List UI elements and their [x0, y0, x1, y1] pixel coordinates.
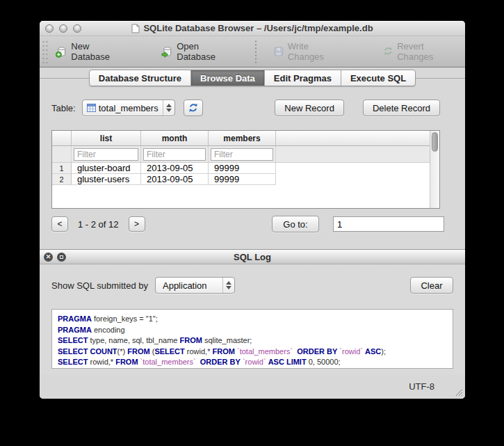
app-window: SQLite Database Browser – /Users/jc/tmp/…	[40, 21, 465, 399]
toolbar-grip	[42, 40, 49, 63]
header-filler	[276, 131, 430, 145]
filter-input-members[interactable]	[211, 148, 273, 161]
open-database-button[interactable]: Open Database	[157, 38, 243, 65]
next-page-button[interactable]: >	[129, 216, 145, 232]
write-changes-label: Write Changes	[288, 41, 346, 62]
table-cell[interactable]: 2013-09-05	[141, 163, 209, 174]
close-window-button[interactable]	[45, 24, 54, 33]
title-area: SQLite Database Browser – /Users/jc/tmp/…	[40, 23, 465, 33]
zoom-window-button[interactable]	[73, 24, 81, 33]
row-filler	[276, 174, 430, 185]
dock-close-icon[interactable]: ✕	[44, 253, 53, 262]
sql-log-line: SELECT rowid,* FROM `total_members` ORDE…	[58, 357, 447, 368]
sql-log-panel-title: SQL Log	[40, 252, 465, 262]
popup-stepper-icon	[163, 100, 174, 116]
grid-vertical-scrollbar[interactable]	[430, 131, 439, 208]
grid-corner-cell	[52, 131, 72, 145]
filter-cell-month	[141, 146, 209, 162]
tab-browse-data[interactable]: Browse Data	[191, 70, 265, 86]
row-number-cell: 1	[52, 163, 72, 174]
new-record-button[interactable]: New Record	[275, 99, 344, 116]
sql-log-text[interactable]: PRAGMA foreign_keys = "1";PRAGMA encodin…	[51, 309, 453, 369]
grid-filter-row	[52, 146, 430, 163]
revert-changes-label: Revert Changes	[397, 41, 461, 62]
table-cell[interactable]: gluster-users	[72, 174, 141, 185]
row-filler	[276, 163, 430, 174]
tab-bar: Database Structure Browse Data Edit Prag…	[40, 70, 465, 86]
tab-database-structure[interactable]: Database Structure	[90, 70, 191, 86]
sql-source-select[interactable]: Application	[155, 277, 235, 294]
minimize-window-button[interactable]	[59, 24, 67, 33]
table-select-value: total_members	[96, 103, 163, 113]
pagination-row: < 1 - 2 of 12 > Go to:	[51, 216, 444, 232]
toolbar: New Database Open Database Write Changes	[40, 36, 465, 67]
data-grid: listmonthmembers 1gluster-board2013-09-0…	[51, 130, 440, 209]
column-header-members[interactable]: members	[209, 131, 276, 145]
table-row: 1gluster-board2013-09-0599999	[52, 163, 430, 174]
new-database-button[interactable]: New Database	[51, 38, 133, 65]
table-row: 2gluster-users2013-09-0599999	[52, 174, 430, 185]
grid-header-row: listmonthmembers	[52, 131, 430, 146]
new-database-label: New Database	[71, 41, 129, 62]
write-changes-button: Write Changes	[269, 38, 350, 65]
encoding-status: UTF-8	[409, 381, 434, 392]
desktop-background: SQLite Database Browser – /Users/jc/tmp/…	[0, 0, 504, 446]
show-sql-label: Show SQL submitted by	[51, 280, 148, 291]
tab-execute-sql[interactable]: Execute SQL	[341, 70, 415, 86]
row-number-cell: 2	[52, 174, 72, 185]
sql-log-line: SELECT type, name, sql, tbl_name FROM sq…	[58, 335, 447, 347]
tab-edit-pragmas[interactable]: Edit Pragmas	[265, 70, 341, 86]
table-selector-row: Table: total_members	[51, 98, 440, 118]
resize-grip-icon[interactable]	[454, 388, 463, 397]
titlebar[interactable]: SQLite Database Browser – /Users/jc/tmp/…	[40, 21, 465, 36]
filter-corner-cell	[52, 146, 72, 162]
goto-button[interactable]: Go to:	[272, 216, 319, 232]
revert-changes-icon	[382, 46, 394, 57]
refresh-icon	[188, 102, 199, 113]
table-icon	[87, 104, 96, 112]
column-header-month[interactable]: month	[141, 131, 209, 145]
traffic-lights	[45, 24, 81, 33]
record-range-text: 1 - 2 of 12	[78, 219, 119, 230]
dock-float-icon[interactable]	[57, 253, 66, 262]
table-label: Table:	[51, 103, 76, 113]
sql-log-panel-header: ✕ SQL Log	[40, 249, 465, 264]
write-changes-icon	[273, 46, 284, 57]
table-cell[interactable]: 2013-09-05	[141, 174, 209, 185]
open-database-label: Open Database	[177, 41, 238, 62]
table-select[interactable]: total_members	[82, 99, 175, 116]
sql-log-panel: Show SQL submitted by Application Clear …	[40, 264, 465, 374]
goto-record-input[interactable]	[333, 216, 444, 232]
browse-data-pane: Database Structure Browse Data Edit Prag…	[40, 67, 465, 249]
delete-record-button[interactable]: Delete Record	[363, 99, 440, 116]
popup-stepper-icon	[222, 278, 234, 293]
sql-log-line: PRAGMA encoding	[58, 325, 447, 336]
filter-input-month[interactable]	[143, 148, 206, 161]
filter-cell-members	[209, 146, 276, 162]
document-proxy-icon	[131, 24, 140, 33]
filter-cell-list	[72, 146, 141, 162]
status-bar: UTF-8	[40, 374, 465, 399]
sql-log-filter-row: Show SQL submitted by Application Clear	[51, 276, 453, 295]
new-database-icon	[56, 46, 68, 58]
toolbar-separator	[255, 40, 257, 63]
table-cell[interactable]: gluster-board	[72, 163, 141, 174]
open-database-icon	[161, 46, 174, 58]
scrollbar-thumb[interactable]	[432, 132, 438, 152]
view-tabs: Database Structure Browse Data Edit Prag…	[89, 70, 416, 86]
sql-log-line: SELECT COUNT(*) FROM (SELECT rowid,* FRO…	[58, 347, 447, 358]
refresh-button[interactable]	[184, 99, 203, 116]
filter-input-list[interactable]	[74, 148, 138, 161]
revert-changes-button: Revert Changes	[378, 38, 465, 65]
sql-source-value: Application	[160, 280, 211, 291]
window-title: SQLite Database Browser – /Users/jc/tmp/…	[143, 23, 373, 33]
grid-rows: 1gluster-board2013-09-05999992gluster-us…	[52, 163, 430, 185]
column-header-list[interactable]: list	[72, 131, 141, 145]
table-cell[interactable]: 99999	[209, 174, 276, 185]
table-cell[interactable]: 99999	[209, 163, 276, 174]
sql-log-line: PRAGMA foreign_keys = "1";	[58, 314, 447, 325]
previous-page-button[interactable]: <	[51, 216, 68, 232]
filter-filler	[276, 146, 430, 162]
clear-log-button[interactable]: Clear	[410, 277, 453, 294]
